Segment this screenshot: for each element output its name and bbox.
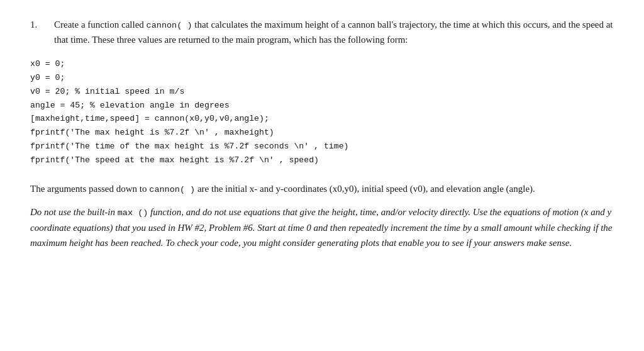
code-block: x0 = 0; y0 = 0; v0 = 20; % initial speed…: [30, 57, 614, 167]
problem-number: 1.: [30, 18, 54, 32]
italic-paragraph: Do not use the built-in max () function,…: [30, 204, 614, 250]
args-text-1: The arguments passed down to: [30, 184, 147, 194]
cannon-function-inline-2: cannon( ): [149, 185, 195, 194]
max-function-inline: max (): [118, 208, 148, 218]
problem-intro: Create a function called cannon( ) that …: [54, 18, 614, 47]
cannon-function-inline-1: cannon( ): [147, 21, 192, 30]
args-text-2: are the initial x- and y-coordinates (x0…: [197, 184, 535, 194]
problem-section: 1. Create a function called cannon( ) th…: [30, 18, 614, 47]
italic-text-1: Do not use the built-in: [30, 207, 118, 217]
args-paragraph: The arguments passed down to cannon( ) a…: [30, 182, 614, 197]
intro-text-1: Create a function called: [54, 20, 144, 30]
